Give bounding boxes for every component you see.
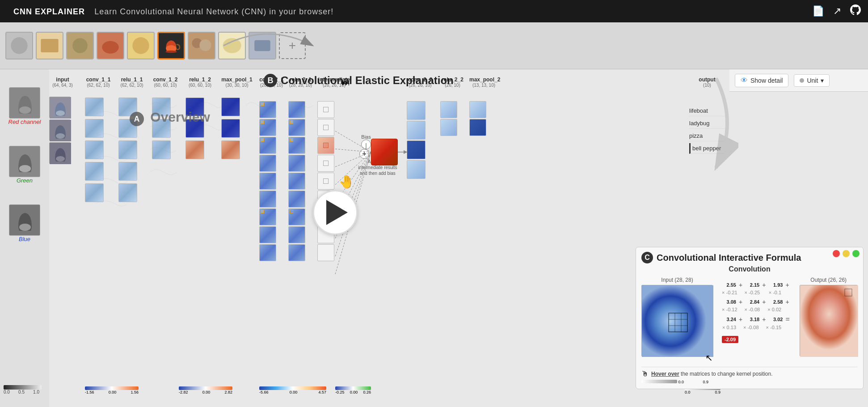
max-pool-2-thumb-1[interactable] [469,101,486,118]
intermediate-thumb-1[interactable] [317,101,334,118]
kernel-row-1: 2.55 + 2.15 + 1.93 + [722,281,791,288]
relu-1-2-thumbnails [185,97,215,160]
intermediate-thumb-5[interactable] [317,173,334,190]
conv-2-1-thumb-4[interactable] [259,155,276,172]
relu-2-1-thumb-2[interactable] [288,119,305,136]
image-thumb-5[interactable] [127,32,155,59]
conv-1-1-thumb-4[interactable] [85,162,104,181]
bias-value-row: -2.09 [722,335,791,343]
output-item-bell-pepper[interactable]: bell pepper [689,143,725,154]
play-button[interactable] [313,190,358,235]
max-pool-1-thumb-1[interactable] [221,98,240,116]
image-thumb-1[interactable] [5,32,33,59]
max-pool-1-thumb-3[interactable] [221,140,240,159]
k-val-31: 3.24 [722,317,736,322]
output-item-ladybug[interactable]: ladybug [689,118,725,129]
result-activation[interactable] [371,139,398,165]
elastic-scale-mid: 0.00 [290,390,298,394]
channel-sidebar: Red channel Green Blue [0,69,49,407]
svg-point-7 [102,41,118,54]
image-thumb-2[interactable] [36,32,63,59]
conv-2-2-thumb-1[interactable] [407,101,426,120]
highlight-box-7 [261,210,264,213]
highlight-box [261,102,264,106]
relu-2-2-thumbnails [440,101,465,136]
conv-2-2-thumb-2[interactable] [407,121,426,140]
conv-2-1-thumb-2[interactable] [259,119,276,136]
relu-1-1-thumb-5[interactable] [118,183,137,202]
output-item-pizza[interactable]: pizza [689,131,725,141]
conv-1-1-thumb-3[interactable] [85,140,104,159]
close-button[interactable] [833,250,840,257]
image-thumb-3[interactable] [66,32,94,59]
output-matrix-container [800,285,858,356]
input-matrix-section: Input (28, 28) [641,277,713,363]
overview-section-label: A Overview [130,110,210,126]
image-thumb-6-selected[interactable] [157,32,185,59]
intermediate-thumb-4[interactable] [317,155,334,172]
conv-1-1-thumb-1[interactable] [85,98,104,116]
image-thumb-4[interactable] [97,32,124,59]
input-matrix-label: Input (28, 28) [661,277,693,283]
bias-annotation: Bias [361,134,371,149]
overview-text: Overview [150,110,210,124]
relu-1-1-thumb-4[interactable] [118,162,137,181]
maximize-button[interactable] [852,250,860,257]
input-thumb-3[interactable] [49,142,71,164]
elastic-scale-bar-right: -0.25 0.00 0.26 [335,386,371,394]
conv-2-1-thumb-9[interactable] [259,244,276,261]
conv-2-1-thumb-1[interactable] [259,101,276,118]
main-area: 👁 Show detail Unit ▾ Red channel [0,69,868,407]
conv-2-1-thumb-5[interactable] [259,173,276,190]
layer-relu-2-1: relu_2_1 (28, 28, 10) [288,73,313,261]
intermediate-thumb-2[interactable] [317,119,334,136]
show-detail-button[interactable]: 👁 Show detail [735,74,788,87]
conv-2-2-thumb-4[interactable] [407,160,426,179]
bias-circle-icon [361,140,371,149]
relu-2-1-thumb-5[interactable] [288,173,305,190]
unit-button[interactable]: Unit ▾ [794,74,830,87]
conv-1-2-thumb-3[interactable] [152,140,171,159]
github-icon[interactable] [850,4,861,18]
conv-2-1-thumb-3[interactable] [259,137,276,154]
output-matrix-label: Output (26, 26) [810,277,847,283]
image-thumb-7[interactable] [188,32,215,59]
relu-1-2-thumb-3[interactable] [185,140,204,159]
relu-2-1-thumb-8[interactable] [288,226,305,243]
relu-2-1-thumb-7[interactable] [288,208,305,225]
relu-1-1-thumb-3[interactable] [118,140,137,159]
conv-2-1-thumb-6[interactable] [259,191,276,208]
input-thumb-2[interactable] [49,119,71,141]
input-matrix-vis[interactable] [641,285,713,356]
svg-rect-19 [254,40,270,51]
minimize-button[interactable] [843,250,850,257]
relu-2-1-thumb-6[interactable] [288,191,305,208]
intermediate-thumb-3[interactable] [317,137,334,154]
conv-1-1-thumb-5[interactable] [85,183,104,202]
relu-2-2-thumb-2[interactable] [440,119,457,136]
input-thumb-1[interactable] [49,97,71,118]
conv-2-1-thumb-7[interactable] [259,208,276,225]
intermediate-thumb-9[interactable] [317,244,334,261]
max-pool-1-thumb-2[interactable] [221,119,240,138]
relu-2-2-thumb-1[interactable] [440,101,457,118]
relu-2-1-thumb-3[interactable] [288,137,305,154]
image-thumb-8[interactable] [218,32,246,59]
add-image-button[interactable]: + [279,32,306,59]
section-b-header: B Convolutional Elastic Explanation [264,69,454,92]
document-icon[interactable]: 📄 [812,5,824,17]
top-icons: 📄 ↗ [812,4,861,18]
image-thumb-9[interactable] [249,32,276,59]
output-item-lifeboat[interactable]: lifeboat [689,106,725,116]
share-icon[interactable]: ↗ [833,5,841,17]
conv-1-1-thumb-2[interactable] [85,119,104,138]
conv-2-1-thumb-8[interactable] [259,226,276,243]
image-selector: + [0,22,868,69]
relu-2-1-thumb-4[interactable] [288,155,305,172]
relu-2-1-thumb-9[interactable] [288,244,305,261]
add-operator: + [359,149,369,159]
max-pool-2-thumb-2[interactable] [469,119,486,136]
relu-2-1-thumb-1[interactable] [288,101,305,118]
conv-2-2-thumb-3[interactable] [407,140,426,159]
output-matrix-vis[interactable] [800,285,858,356]
